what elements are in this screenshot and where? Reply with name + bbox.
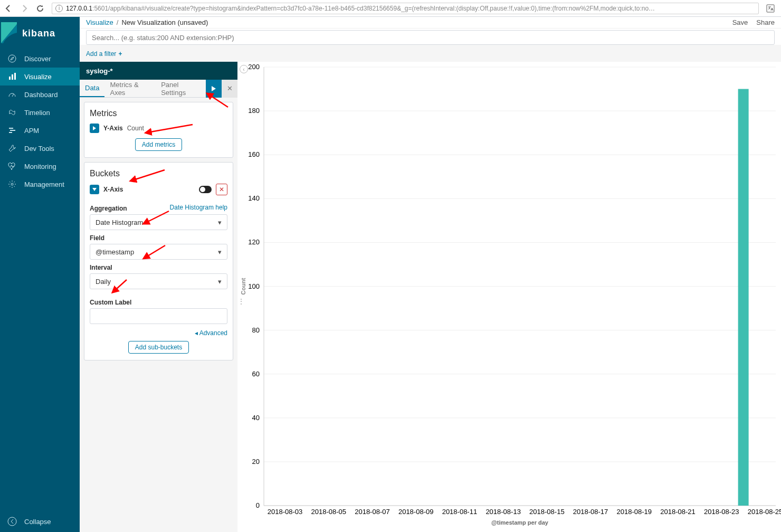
sidebar-item-label: Dashboard <box>24 91 58 99</box>
config-tabs: Data Metrics & Axes Panel Settings ✕ <box>80 80 237 98</box>
collapse-label: Collapse <box>24 518 51 526</box>
svg-text:40: 40 <box>252 414 260 422</box>
aggregation-label: Aggregation <box>90 205 127 212</box>
breadcrumb-root[interactable]: Visualize <box>86 18 113 26</box>
aggregation-select[interactable]: Date Histogram▾ <box>90 214 227 230</box>
collapse-button[interactable]: Collapse <box>0 511 80 532</box>
add-filter-button[interactable]: Add a filter+ <box>86 50 122 58</box>
sidebar-item-dashboard[interactable]: Dashboard <box>0 86 80 103</box>
chart-area: ‹ ⋮ 020406080100120140160180200Count2018… <box>237 62 781 532</box>
svg-text:@timestamp per day: @timestamp per day <box>491 519 549 526</box>
apm-icon <box>7 126 17 135</box>
kibana-logo-icon <box>0 17 18 50</box>
apply-button[interactable] <box>206 80 222 98</box>
tab-metrics-axes[interactable]: Metrics & Axes <box>104 80 156 97</box>
svg-text:2018-08-03: 2018-08-03 <box>268 508 303 516</box>
sidebar-item-label: Timelion <box>24 109 50 117</box>
bar-chart-icon <box>7 72 17 81</box>
svg-rect-49 <box>738 89 749 506</box>
svg-rect-3 <box>12 74 13 80</box>
sidebar-item-label: Monitoring <box>24 163 56 170</box>
expand-icon[interactable] <box>90 124 99 133</box>
save-button[interactable]: Save <box>732 18 748 26</box>
logo-text: kibana <box>22 28 55 39</box>
svg-rect-0 <box>767 5 774 12</box>
splitter-handle[interactable]: ⋮ <box>237 297 245 306</box>
svg-text:2018-08-25: 2018-08-25 <box>748 508 781 516</box>
svg-text:2018-08-19: 2018-08-19 <box>617 508 652 516</box>
discard-button[interactable]: ✕ <box>222 80 237 98</box>
forward-icon[interactable] <box>20 4 28 13</box>
sidebar-item-discover[interactable]: Discover <box>0 50 80 68</box>
search-input[interactable] <box>86 30 775 45</box>
share-button[interactable]: Share <box>756 18 775 26</box>
svg-text:2018-08-15: 2018-08-15 <box>529 508 565 516</box>
breadcrumb-current: New Visualization (unsaved) <box>121 18 208 26</box>
svg-text:160: 160 <box>248 150 260 158</box>
back-icon[interactable] <box>4 4 13 13</box>
custom-label-input[interactable] <box>90 308 227 324</box>
sidebar-item-label: Dev Tools <box>24 145 54 153</box>
chart: 020406080100120140160180200Count2018-08-… <box>237 62 781 532</box>
svg-text:200: 200 <box>248 63 260 71</box>
aggregation-help-link[interactable]: Date Histogram help <box>170 204 227 211</box>
chevron-down-icon: ▾ <box>218 218 222 226</box>
main: Visualize / New Visualization (unsaved) … <box>80 17 781 532</box>
translate-icon[interactable] <box>766 4 777 13</box>
add-metrics-button[interactable]: Add metrics <box>135 138 182 151</box>
svg-point-1 <box>8 55 16 62</box>
advanced-link[interactable]: ◂ Advanced <box>195 329 227 337</box>
svg-text:0: 0 <box>256 501 260 509</box>
chevron-down-icon: ▾ <box>218 248 222 256</box>
svg-text:60: 60 <box>252 370 260 378</box>
metric-yaxis[interactable]: Y-Axis Count <box>90 124 227 133</box>
svg-text:2018-08-07: 2018-08-07 <box>355 508 390 516</box>
filter-bar: Add a filter+ <box>80 45 781 62</box>
browser-bar: i 127.0.0.1 :5601/app/kibana#/visualize/… <box>0 0 781 17</box>
sidebar-item-devtools[interactable]: Dev Tools <box>0 139 80 157</box>
sidebar-item-monitoring[interactable]: Monitoring <box>0 157 80 175</box>
svg-text:2018-08-05: 2018-08-05 <box>311 508 346 516</box>
logo[interactable]: kibana <box>0 17 80 50</box>
sidebar-item-label: Discover <box>24 55 51 63</box>
svg-text:2018-08-13: 2018-08-13 <box>485 508 521 516</box>
svg-text:2018-08-09: 2018-08-09 <box>398 508 434 516</box>
url-bar[interactable]: i 127.0.0.1 :5601/app/kibana#/visualize/… <box>52 3 759 14</box>
index-pattern[interactable]: syslog-* <box>80 62 237 80</box>
interval-select[interactable]: Daily▾ <box>90 273 227 289</box>
sidebar-item-visualize[interactable]: Visualize <box>0 68 80 86</box>
svg-text:2018-08-21: 2018-08-21 <box>660 508 696 516</box>
svg-line-5 <box>12 94 14 97</box>
timelion-icon <box>7 108 17 117</box>
wrench-icon <box>7 144 17 153</box>
svg-rect-4 <box>14 73 16 80</box>
tab-data[interactable]: Data <box>80 80 104 97</box>
svg-point-10 <box>8 517 16 526</box>
add-sub-buckets-button[interactable]: Add sub-buckets <box>128 341 189 354</box>
sidebar-item-management[interactable]: Management <box>0 175 80 193</box>
collapse-icon <box>7 517 17 526</box>
plus-icon: + <box>118 50 122 58</box>
field-select[interactable]: @timestamp▾ <box>90 244 227 260</box>
sidebar-item-apm[interactable]: APM <box>0 121 80 139</box>
url-host: 127.0.0.1 <box>66 5 92 12</box>
collapse-toggle-icon[interactable] <box>90 185 99 194</box>
custom-label-label: Custom Label <box>90 299 227 306</box>
compass-icon <box>7 54 17 63</box>
gear-icon <box>7 179 17 189</box>
svg-point-9 <box>11 183 13 185</box>
enable-toggle[interactable] <box>199 186 212 193</box>
reload-icon[interactable] <box>36 4 44 13</box>
collapse-panel-icon[interactable]: ‹ <box>240 65 248 73</box>
svg-text:100: 100 <box>248 282 260 290</box>
tab-panel-settings[interactable]: Panel Settings <box>156 80 206 97</box>
buckets-title: Buckets <box>90 169 227 178</box>
interval-label: Interval <box>90 264 227 271</box>
remove-bucket-button[interactable]: ✕ <box>216 184 227 195</box>
field-label: Field <box>90 234 227 242</box>
svg-text:120: 120 <box>248 238 260 246</box>
svg-text:80: 80 <box>252 326 260 334</box>
bucket-xaxis: X-Axis ✕ <box>90 184 227 195</box>
sidebar-item-timelion[interactable]: Timelion <box>0 103 80 121</box>
svg-text:2018-08-17: 2018-08-17 <box>573 508 608 516</box>
